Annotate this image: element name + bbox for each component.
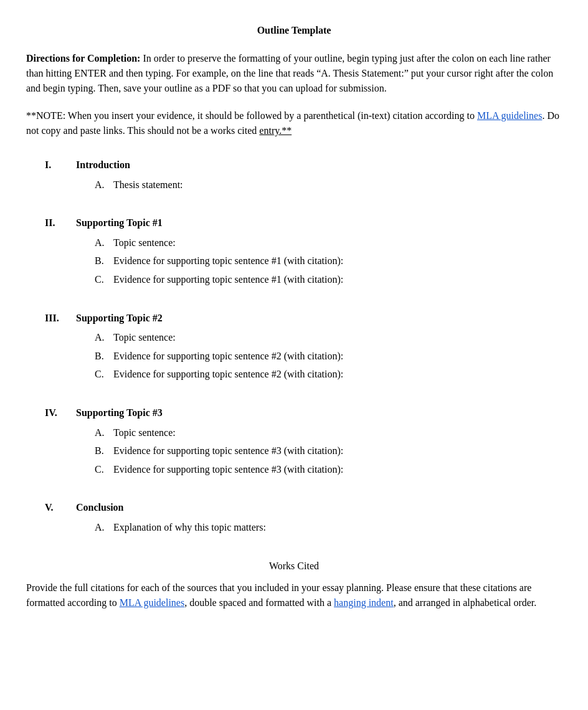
outline-container: I. Introduction A. Thesis statement: II.… bbox=[26, 157, 562, 536]
section-title-1: Introduction bbox=[76, 157, 130, 173]
sub-content-4-a: Topic sentence: bbox=[113, 425, 562, 441]
hanging-indent-link[interactable]: hanging indent bbox=[334, 597, 394, 608]
sub-item-2-c: C. Evidence for supporting topic sentenc… bbox=[26, 272, 562, 288]
sub-content-3-c: Evidence for supporting topic sentence #… bbox=[113, 366, 562, 382]
sub-item-2-a: A. Topic sentence: bbox=[26, 235, 562, 251]
outline-section-1: I. Introduction A. Thesis statement: bbox=[26, 157, 562, 192]
mla-guidelines-link-works-cited[interactable]: MLA guidelines bbox=[120, 597, 184, 608]
note-section: **NOTE: When you insert your evidence, i… bbox=[26, 108, 562, 138]
sub-letter-2-c: C. bbox=[95, 272, 113, 288]
sub-item-3-b: B. Evidence for supporting topic sentenc… bbox=[26, 348, 562, 364]
sub-content-2-b: Evidence for supporting topic sentence #… bbox=[113, 253, 562, 269]
sub-content-5-a: Explanation of why this topic matters: bbox=[113, 519, 562, 536]
mla-guidelines-link-note[interactable]: MLA guidelines bbox=[477, 110, 542, 121]
numeral-1: I. bbox=[26, 157, 76, 173]
note-entry-text: entry.** bbox=[259, 125, 292, 136]
numeral-3: III. bbox=[26, 310, 76, 326]
numeral-2: II. bbox=[26, 215, 76, 231]
sub-item-4-c: C. Evidence for supporting topic sentenc… bbox=[26, 462, 562, 478]
sub-letter-4-b: B. bbox=[95, 443, 113, 459]
sub-letter-3-a: A. bbox=[95, 329, 113, 346]
outline-item-4: IV. Supporting Topic #3 bbox=[26, 405, 562, 421]
outline-item-1: I. Introduction bbox=[26, 157, 562, 173]
sub-item-3-a: A. Topic sentence: bbox=[26, 329, 562, 346]
sub-content-3-b: Evidence for supporting topic sentence #… bbox=[113, 348, 562, 364]
numeral-4: IV. bbox=[26, 405, 76, 421]
sub-letter-2-a: A. bbox=[95, 235, 113, 251]
sub-item-2-b: B. Evidence for supporting topic sentenc… bbox=[26, 253, 562, 269]
sub-content-4-b: Evidence for supporting topic sentence #… bbox=[113, 443, 562, 459]
sub-letter-2-b: B. bbox=[95, 253, 113, 269]
sub-letter-3-c: C. bbox=[95, 366, 113, 382]
sub-content-2-a: Topic sentence: bbox=[113, 235, 562, 251]
sub-letter-4-a: A. bbox=[95, 425, 113, 441]
outline-section-3: III. Supporting Topic #2 A. Topic senten… bbox=[26, 310, 562, 382]
sub-content-2-c: Evidence for supporting topic sentence #… bbox=[113, 272, 562, 288]
sub-item-4-a: A. Topic sentence: bbox=[26, 425, 562, 441]
outline-section-5: V. Conclusion A. Explanation of why this… bbox=[26, 499, 562, 535]
numeral-5: V. bbox=[26, 499, 76, 516]
section-title-5: Conclusion bbox=[76, 499, 123, 516]
works-cited-title: Works Cited bbox=[26, 561, 562, 572]
sub-item-1-a: A. Thesis statement: bbox=[26, 177, 562, 193]
works-cited-suffix: , and arranged in alphabetical order. bbox=[394, 597, 537, 608]
outline-item-5: V. Conclusion bbox=[26, 499, 562, 516]
sub-content-3-a: Topic sentence: bbox=[113, 329, 562, 346]
outline-item-3: III. Supporting Topic #2 bbox=[26, 310, 562, 326]
sub-content-1-a: Thesis statement: bbox=[113, 177, 562, 193]
note-prefix: **NOTE: When you insert your evidence, i… bbox=[26, 110, 477, 121]
works-cited-middle: , double spaced and formatted with a bbox=[184, 597, 334, 608]
section-title-4: Supporting Topic #3 bbox=[76, 405, 163, 421]
page-title: Outline Template bbox=[26, 25, 562, 36]
works-cited-section: Works Cited Provide the full citations f… bbox=[26, 561, 562, 610]
directions-label: Directions for Completion: bbox=[26, 53, 140, 64]
directions-section: Directions for Completion: In order to p… bbox=[26, 51, 562, 96]
sub-letter-5-a: A. bbox=[95, 519, 113, 536]
sub-item-5-a: A. Explanation of why this topic matters… bbox=[26, 519, 562, 536]
works-cited-body: Provide the full citations for each of t… bbox=[26, 580, 562, 610]
sub-content-4-c: Evidence for supporting topic sentence #… bbox=[113, 462, 562, 478]
sub-letter-3-b: B. bbox=[95, 348, 113, 364]
sub-letter-4-c: C. bbox=[95, 462, 113, 478]
sub-item-3-c: C. Evidence for supporting topic sentenc… bbox=[26, 366, 562, 382]
sub-letter-1-a: A. bbox=[95, 177, 113, 193]
section-title-3: Supporting Topic #2 bbox=[76, 310, 163, 326]
page-container: Outline Template Directions for Completi… bbox=[14, 0, 574, 635]
outline-section-2: II. Supporting Topic #1 A. Topic sentenc… bbox=[26, 215, 562, 287]
section-title-2: Supporting Topic #1 bbox=[76, 215, 163, 231]
outline-item-2: II. Supporting Topic #1 bbox=[26, 215, 562, 231]
sub-item-4-b: B. Evidence for supporting topic sentenc… bbox=[26, 443, 562, 459]
outline-section-4: IV. Supporting Topic #3 A. Topic sentenc… bbox=[26, 405, 562, 477]
